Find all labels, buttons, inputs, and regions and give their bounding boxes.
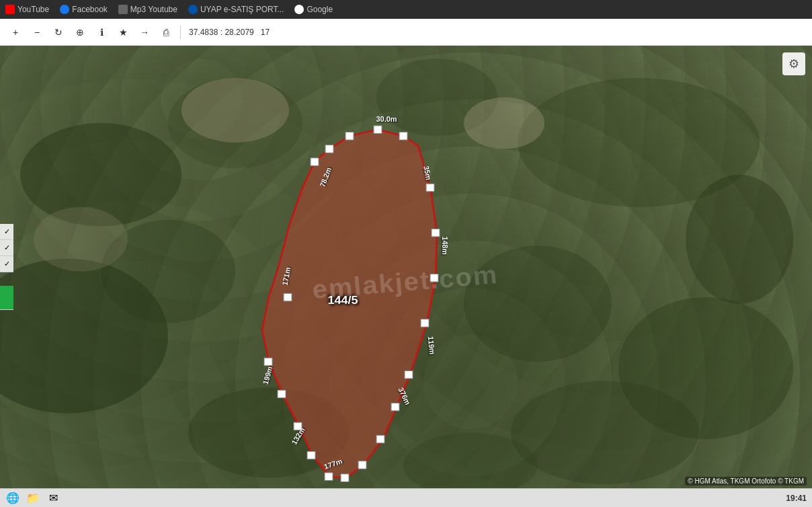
zoom-level-display: 17 [261,28,270,37]
tab-youtube-label: YouTube [17,5,49,14]
svg-rect-28 [307,451,315,459]
svg-rect-21 [421,319,429,327]
svg-rect-31 [264,358,272,366]
svg-rect-32 [284,293,292,301]
svg-rect-26 [341,474,349,482]
browser-tabs-bar: YouTube Facebook Mp3 Youtube UYAP e-SATI… [0,0,812,19]
zoom-in-button[interactable]: + [7,24,24,41]
svg-rect-30 [278,390,286,398]
toolbar-separator [180,26,181,39]
print-button[interactable]: ⎙ [157,24,175,41]
svg-rect-17 [399,132,407,141]
tab-youtube[interactable]: YouTube [5,5,49,14]
taskbar: 🌐 📁 ✉ 19:41 [0,488,812,507]
green-indicator [0,286,13,310]
rotate-button[interactable]: ↻ [50,24,67,41]
svg-rect-19 [432,229,440,237]
uyap-icon [188,5,198,14]
tab-google[interactable]: Google [294,5,333,14]
tab-facebook-label: Facebook [72,5,108,14]
svg-rect-18 [426,184,434,192]
tab-mp3-label: Mp3 Youtube [130,5,177,14]
taskbar-folder-icon[interactable]: 📁 [26,491,40,506]
google-icon [294,5,304,14]
svg-rect-16 [374,126,382,134]
svg-rect-27 [325,473,333,481]
settings-button[interactable]: ⚙ [782,52,805,75]
coordinates-display: 37.4838 : 28.2079 [189,28,254,37]
svg-text:119m: 119m [427,336,437,355]
map-attribution: © HGM Atlas, TKGM Ortofoto © TKGM [685,477,807,485]
svg-rect-24 [376,435,384,443]
facebook-icon [60,5,69,14]
svg-rect-35 [346,132,354,141]
tab-facebook[interactable]: Facebook [60,5,108,14]
info-button[interactable]: ℹ [93,24,110,41]
svg-point-9 [511,381,699,484]
crosshair-button[interactable]: ⊕ [71,24,89,41]
left-ctrl-2[interactable]: ✓ [0,240,13,256]
svg-point-12 [181,78,289,143]
tab-uyap[interactable]: UYAP e-SATIŞ PORT... [188,5,284,14]
zoom-out-button[interactable]: − [28,24,46,41]
tab-uyap-label: UYAP e-SATIŞ PORT... [200,5,284,14]
left-ctrl-3[interactable]: ✓ [0,256,13,272]
left-side-controls: ✓ ✓ ✓ [0,224,13,310]
svg-point-7 [686,175,793,304]
svg-rect-33 [311,158,319,166]
svg-text:30.0m: 30.0m [376,115,397,123]
taskbar-browser-icon[interactable]: 🌐 [5,491,20,506]
svg-rect-23 [391,403,399,411]
mp3-icon [118,5,128,14]
taskbar-time: 19:41 [786,494,807,503]
star-button[interactable]: ★ [114,24,132,41]
taskbar-mail-icon[interactable]: ✉ [46,491,60,506]
youtube-icon [5,5,15,14]
parcel-polygon-svg: 30.0m 78.2m 35m 148m 171m 119m 199m 376m… [0,46,812,488]
svg-point-13 [464,98,544,149]
tab-google-label: Google [307,5,333,14]
svg-point-14 [34,207,128,272]
svg-rect-25 [358,461,366,469]
arrow-button[interactable]: → [136,24,153,41]
svg-text:199m: 199m [261,366,274,385]
map-container[interactable]: 30.0m 78.2m 35m 148m 171m 119m 199m 376m… [0,46,812,488]
svg-text:148m: 148m [441,237,449,255]
svg-rect-22 [405,370,413,379]
left-ctrl-1[interactable]: ✓ [0,224,13,240]
svg-rect-34 [325,145,333,153]
map-toolbar: + − ↻ ⊕ ℹ ★ → ⎙ 37.4838 : 28.2079 17 [0,19,812,46]
tab-mp3youtube[interactable]: Mp3 Youtube [118,5,177,14]
